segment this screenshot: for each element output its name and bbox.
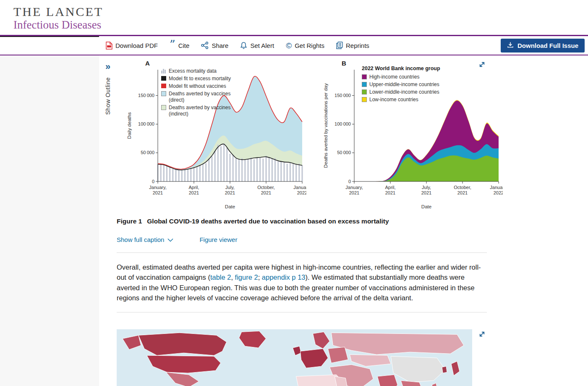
- outline-rail: » Show Outline: [99, 55, 117, 386]
- toolbar-row: Download PDF ” Cite Share Set Alert © Ge…: [0, 36, 588, 55]
- swatch-icon: [161, 105, 166, 110]
- svg-text:January,2022: January,2022: [490, 185, 503, 195]
- cite-icon: ”: [170, 42, 175, 49]
- section-divider: [117, 312, 487, 312]
- svg-text:0: 0: [348, 179, 351, 184]
- swatch-icon: [362, 74, 367, 79]
- svg-text:100 000: 100 000: [335, 121, 351, 126]
- share-label: Share: [212, 42, 228, 49]
- figure1-panels: A 050 000100 000150 000January,2021April…: [117, 60, 487, 211]
- panel-a-label: A: [145, 60, 150, 67]
- inline-link[interactable]: appendix p 13: [262, 273, 306, 281]
- inline-link[interactable]: table 2: [210, 273, 231, 281]
- show-outline-label[interactable]: Show Outline: [105, 77, 111, 115]
- figure-caption-label: Figure 1: [117, 218, 142, 225]
- get-rights-label: Get Rights: [295, 42, 324, 49]
- svg-text:October,2021: October,2021: [454, 185, 471, 195]
- legend-item: High-income countries: [362, 74, 446, 80]
- legend-item: Upper-middle-income countries: [362, 81, 446, 88]
- region-korea: [442, 366, 447, 373]
- svg-text:January,2022: January,2022: [293, 185, 306, 195]
- svg-text:100 000: 100 000: [138, 121, 154, 126]
- inline-link[interactable]: figure 2: [235, 273, 258, 281]
- legend-item: Excess mortality data: [161, 68, 236, 74]
- download-full-issue-button[interactable]: Download Full Issue: [501, 39, 585, 53]
- journal-name: THE LANCET: [13, 5, 588, 18]
- cite-button[interactable]: ” Cite: [170, 42, 190, 49]
- panel-b-label: B: [342, 60, 346, 67]
- reprints-icon: [336, 42, 343, 49]
- show-full-caption-link[interactable]: Show full caption: [117, 236, 173, 243]
- left-sidebar-spacer: [0, 36, 99, 55]
- journal-logo[interactable]: THE LANCET Infectious Diseases: [13, 5, 588, 32]
- article-paragraph: Overall, estimated deaths averted per ca…: [117, 262, 487, 303]
- left-sidebar: [0, 55, 99, 386]
- swatch-icon: [362, 89, 367, 95]
- svg-text:Date: Date: [225, 204, 235, 209]
- legend-item: Deaths averted by vaccines (indirect): [161, 105, 236, 117]
- share-icon: [201, 42, 209, 49]
- svg-text:150 000: 150 000: [138, 93, 154, 98]
- svg-text:July,2021: July,2021: [421, 185, 431, 195]
- swatch-icon: [362, 97, 367, 102]
- download-icon: [507, 42, 514, 50]
- swatch-icon: [161, 84, 166, 88]
- figure-caption: Figure 1Global COVID-19 deaths averted d…: [117, 218, 487, 225]
- panel-a-legend: Excess mortality data Model fit to exces…: [161, 68, 236, 118]
- figure-1: A 050 000100 000150 000January,2021April…: [117, 60, 487, 211]
- region-canada: [139, 333, 227, 355]
- figure-viewer-link[interactable]: Figure viewer: [199, 236, 237, 243]
- bell-icon: [240, 42, 247, 49]
- svg-text:50 000: 50 000: [337, 150, 351, 155]
- figure-2-map: [117, 329, 487, 386]
- legend-title: 2022 World Bank income group: [362, 66, 446, 72]
- svg-text:April,2021: April,2021: [385, 185, 395, 195]
- legend-item: Lower-middle-income countries: [362, 89, 446, 95]
- figure1-panel-a: A 050 000100 000150 000January,2021April…: [125, 60, 306, 211]
- cite-label: Cite: [178, 42, 190, 49]
- swatch-icon: [161, 91, 166, 96]
- pdf-icon: [106, 42, 112, 50]
- section-divider: [117, 252, 487, 253]
- legend-item: Low-income countries: [362, 97, 446, 103]
- figure2-expand-icon[interactable]: [477, 329, 487, 340]
- download-full-issue-label: Download Full Issue: [517, 42, 578, 49]
- set-alert-button[interactable]: Set Alert: [240, 42, 274, 49]
- copyright-icon: ©: [286, 42, 292, 50]
- svg-text:Date: Date: [421, 204, 431, 209]
- svg-text:January,2021: January,2021: [149, 185, 166, 195]
- svg-text:50 000: 50 000: [141, 150, 154, 155]
- reprints-label: Reprints: [346, 42, 369, 49]
- world-map-clip: [117, 329, 472, 386]
- svg-text:October,2021: October,2021: [257, 185, 275, 195]
- reprints-button[interactable]: Reprints: [336, 42, 369, 49]
- chevron-down-icon: [167, 236, 173, 243]
- journal-subtitle: Infectious Diseases: [13, 18, 588, 32]
- panel-b-legend: 2022 World Bank income group High-income…: [362, 66, 446, 104]
- legend-item: Deaths averted by vaccines (direct): [161, 91, 236, 103]
- swatch-icon: [362, 82, 367, 87]
- svg-text:Daily deaths: Daily deaths: [127, 112, 132, 139]
- get-rights-button[interactable]: © Get Rights: [286, 42, 324, 50]
- svg-text:Deaths averted by vaccinations: Deaths averted by vaccinations per day: [323, 83, 328, 168]
- article-content: A 050 000100 000150 000January,2021April…: [117, 55, 487, 386]
- figure-caption-text: Global COVID-19 deaths averted due to va…: [147, 218, 389, 225]
- figure1-panel-b: B 050 000100 000150 000January,2021April…: [321, 60, 503, 211]
- svg-text:0: 0: [152, 179, 154, 184]
- caption-links: Show full caption Figure viewer: [117, 236, 487, 243]
- lancet-masthead: THE LANCET Infectious Diseases: [0, 0, 588, 36]
- svg-text:April,2021: April,2021: [188, 185, 199, 195]
- swatch-icon: [161, 76, 166, 81]
- share-button[interactable]: Share: [201, 42, 228, 49]
- svg-text:150 000: 150 000: [335, 93, 351, 98]
- set-alert-label: Set Alert: [250, 42, 274, 49]
- svg-text:July,2021: July,2021: [225, 185, 235, 195]
- world-map: [117, 329, 472, 386]
- download-pdf-label: Download PDF: [115, 42, 158, 49]
- svg-text:January,2021: January,2021: [345, 185, 363, 195]
- download-pdf-button[interactable]: Download PDF: [106, 42, 158, 50]
- region-egypt: [335, 376, 347, 386]
- expand-outline-icon[interactable]: »: [105, 62, 110, 71]
- legend-item: Model fit without vaccines: [161, 83, 236, 89]
- article-toolbar: Download PDF ” Cite Share Set Alert © Ge…: [99, 36, 588, 55]
